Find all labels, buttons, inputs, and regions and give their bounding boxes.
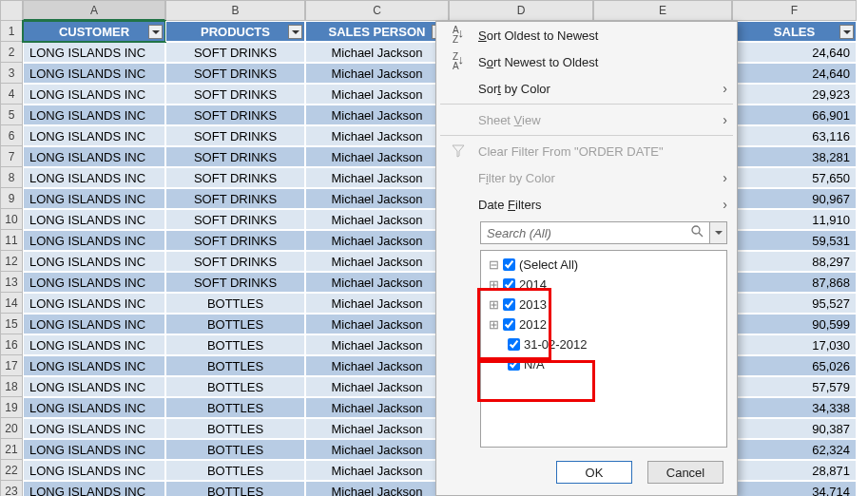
cell-product[interactable]: SOFT DRINKS <box>165 272 305 293</box>
cell-product[interactable]: SOFT DRINKS <box>165 146 305 167</box>
cell-product[interactable]: SOFT DRINKS <box>165 105 305 125</box>
year-2014-checkbox[interactable] <box>503 278 515 291</box>
cell-customer[interactable]: LONG ISLANDS INC <box>23 293 165 314</box>
cell-sales[interactable]: 65,026 <box>732 355 857 376</box>
row-header[interactable]: 11 <box>0 230 23 251</box>
year-2013-checkbox[interactable] <box>503 298 515 311</box>
cell-customer[interactable]: LONG ISLANDS INC <box>23 460 165 481</box>
tree-item-31-02-2012[interactable]: 31-02-2012 <box>485 334 723 354</box>
cell-customer[interactable]: LONG ISLANDS INC <box>23 146 165 167</box>
filter-search-input[interactable]: Search (All) <box>480 221 710 244</box>
row-header[interactable]: 19 <box>0 397 23 418</box>
cell-sales[interactable]: 11,910 <box>732 209 857 230</box>
cell-customer[interactable]: LONG ISLANDS INC <box>23 439 165 460</box>
sort-newest-oldest[interactable]: ZA↓ Sort Newest to Oldest <box>436 48 737 75</box>
cell-sales[interactable]: 57,579 <box>732 376 857 397</box>
cell-sales[interactable]: 87,868 <box>732 272 857 293</box>
cell-sales[interactable]: 63,116 <box>732 125 857 146</box>
select-all-checkbox[interactable] <box>503 258 515 271</box>
cell-salesperson[interactable]: Michael Jackson <box>305 146 449 167</box>
na-checkbox[interactable] <box>508 358 520 371</box>
cell-product[interactable]: SOFT DRINKS <box>165 167 305 188</box>
cell-sales[interactable]: 90,599 <box>732 314 857 334</box>
cell-product[interactable]: BOTTLES <box>165 397 305 418</box>
cell-product[interactable]: SOFT DRINKS <box>165 84 305 105</box>
cell-salesperson[interactable]: Michael Jackson <box>305 272 449 293</box>
cell-customer[interactable]: LONG ISLANDS INC <box>23 314 165 334</box>
col-header-D[interactable]: D <box>449 0 593 21</box>
cell-customer[interactable]: LONG ISLANDS INC <box>23 188 165 209</box>
cell-sales[interactable]: 90,967 <box>732 188 857 209</box>
cell-sales[interactable]: 34,714 <box>732 481 857 496</box>
cancel-button[interactable]: Cancel <box>647 461 723 484</box>
date-filters[interactable]: Date Filters › <box>436 191 737 218</box>
cell-salesperson[interactable]: Michael Jackson <box>305 84 449 105</box>
tree-item-2014[interactable]: ⊞2014 <box>485 275 723 295</box>
cell-product[interactable]: BOTTLES <box>165 439 305 460</box>
cell-product[interactable]: BOTTLES <box>165 376 305 397</box>
row-header[interactable]: 2 <box>0 42 23 63</box>
cell-sales[interactable]: 90,387 <box>732 418 857 439</box>
column-header-sales[interactable]: SALES <box>732 21 857 42</box>
filter-dropdown-products[interactable] <box>288 25 302 39</box>
cell-salesperson[interactable]: Michael Jackson <box>305 188 449 209</box>
cell-salesperson[interactable]: Michael Jackson <box>305 293 449 314</box>
row-header[interactable]: 12 <box>0 251 23 272</box>
cell-product[interactable]: SOFT DRINKS <box>165 230 305 251</box>
cell-sales[interactable]: 66,901 <box>732 105 857 125</box>
row-header[interactable]: 10 <box>0 209 23 230</box>
column-header-salesperson[interactable]: SALES PERSON <box>305 21 449 42</box>
column-header-customer[interactable]: CUSTOMER <box>23 21 165 42</box>
cell-sales[interactable]: 34,338 <box>732 397 857 418</box>
cell-salesperson[interactable]: Michael Jackson <box>305 355 449 376</box>
row-header[interactable]: 18 <box>0 376 23 397</box>
cell-customer[interactable]: LONG ISLANDS INC <box>23 167 165 188</box>
cell-customer[interactable]: LONG ISLANDS INC <box>23 230 165 251</box>
cell-sales[interactable]: 57,650 <box>732 167 857 188</box>
cell-salesperson[interactable]: Michael Jackson <box>305 167 449 188</box>
row-header[interactable]: 3 <box>0 63 23 84</box>
cell-customer[interactable]: LONG ISLANDS INC <box>23 251 165 272</box>
row-header[interactable]: 13 <box>0 272 23 293</box>
cell-sales[interactable]: 38,281 <box>732 146 857 167</box>
cell-sales[interactable]: 95,527 <box>732 293 857 314</box>
cell-product[interactable]: SOFT DRINKS <box>165 125 305 146</box>
tree-item-2012[interactable]: ⊞2012 <box>485 315 723 334</box>
cell-product[interactable]: BOTTLES <box>165 460 305 481</box>
cell-customer[interactable]: LONG ISLANDS INC <box>23 105 165 125</box>
year-2012-checkbox[interactable] <box>503 318 515 331</box>
row-header[interactable]: 4 <box>0 84 23 105</box>
cell-product[interactable]: BOTTLES <box>165 355 305 376</box>
cell-salesperson[interactable]: Michael Jackson <box>305 42 449 63</box>
cell-customer[interactable]: LONG ISLANDS INC <box>23 481 165 496</box>
cell-product[interactable]: BOTTLES <box>165 481 305 496</box>
cell-customer[interactable]: LONG ISLANDS INC <box>23 125 165 146</box>
row-header[interactable]: 16 <box>0 334 23 355</box>
row-header[interactable]: 15 <box>0 314 23 334</box>
col-header-C[interactable]: C <box>305 0 449 21</box>
cell-customer[interactable]: LONG ISLANDS INC <box>23 376 165 397</box>
cell-customer[interactable]: LONG ISLANDS INC <box>23 63 165 84</box>
cell-customer[interactable]: LONG ISLANDS INC <box>23 272 165 293</box>
row-header[interactable]: 20 <box>0 418 23 439</box>
cell-product[interactable]: BOTTLES <box>165 293 305 314</box>
cell-product[interactable]: BOTTLES <box>165 314 305 334</box>
cell-sales[interactable]: 24,640 <box>732 42 857 63</box>
sort-oldest-newest[interactable]: AZ↓ Sort Oldest to Newest <box>436 22 737 48</box>
cell-salesperson[interactable]: Michael Jackson <box>305 397 449 418</box>
cell-salesperson[interactable]: Michael Jackson <box>305 209 449 230</box>
col-header-A[interactable]: A <box>23 0 165 21</box>
row-header[interactable]: 22 <box>0 460 23 481</box>
cell-sales[interactable]: 24,640 <box>732 63 857 84</box>
cell-product[interactable]: SOFT DRINKS <box>165 188 305 209</box>
cell-product[interactable]: SOFT DRINKS <box>165 42 305 63</box>
sort-by-color[interactable]: Sort by Color › <box>436 75 737 102</box>
row-header[interactable]: 14 <box>0 293 23 314</box>
row-header[interactable]: 6 <box>0 125 23 146</box>
col-header-E[interactable]: E <box>593 0 732 21</box>
cell-product[interactable]: BOTTLES <box>165 334 305 355</box>
row-header[interactable]: 21 <box>0 439 23 460</box>
tree-item-na[interactable]: N/A <box>485 354 723 374</box>
cell-customer[interactable]: LONG ISLANDS INC <box>23 84 165 105</box>
cell-customer[interactable]: LONG ISLANDS INC <box>23 418 165 439</box>
